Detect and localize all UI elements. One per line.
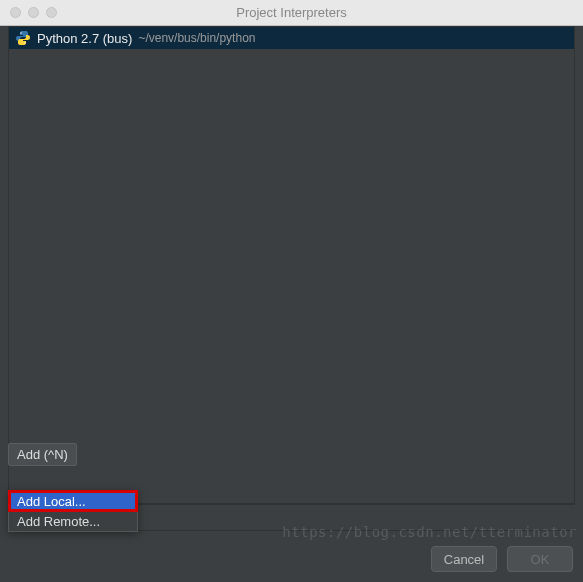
add-popup-menu: Add Local... Add Remote... (8, 490, 138, 532)
add-local-menu-item[interactable]: Add Local... (9, 491, 137, 511)
svg-point-0 (20, 32, 21, 33)
window-title: Project Interpreters (0, 5, 583, 20)
add-remote-menu-item[interactable]: Add Remote... (9, 511, 137, 531)
interpreter-name: Python 2.7 (bus) (37, 31, 132, 46)
minimize-window-icon[interactable] (28, 7, 39, 18)
window-controls (0, 7, 57, 18)
cancel-button[interactable]: Cancel (431, 546, 497, 572)
dialog-buttons: Cancel OK (431, 546, 573, 572)
interpreter-list[interactable]: Python 2.7 (bus) ~/venv/bus/bin/python (8, 26, 575, 504)
add-tooltip: Add (^N) (8, 443, 77, 466)
python-icon (15, 30, 31, 46)
interpreter-row[interactable]: Python 2.7 (bus) ~/venv/bus/bin/python (9, 27, 574, 49)
zoom-window-icon[interactable] (46, 7, 57, 18)
interpreter-path: ~/venv/bus/bin/python (138, 31, 255, 45)
titlebar: Project Interpreters (0, 0, 583, 26)
close-window-icon[interactable] (10, 7, 21, 18)
ok-button[interactable]: OK (507, 546, 573, 572)
svg-point-1 (24, 42, 25, 43)
